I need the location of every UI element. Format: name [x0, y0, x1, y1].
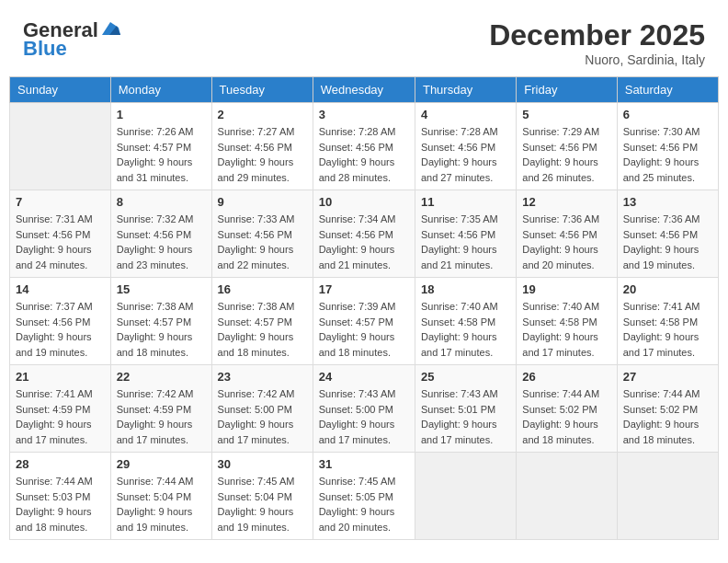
calendar-cell: 21Sunrise: 7:41 AMSunset: 4:59 PMDayligh…	[10, 365, 111, 453]
day-number: 5	[522, 108, 610, 121]
calendar-cell: 10Sunrise: 7:34 AMSunset: 4:56 PMDayligh…	[313, 190, 415, 278]
day-number: 11	[421, 195, 510, 209]
day-number: 30	[218, 457, 307, 471]
col-header-tuesday: Tuesday	[211, 77, 313, 103]
calendar-cell: 28Sunrise: 7:44 AMSunset: 5:03 PMDayligh…	[10, 453, 111, 540]
col-header-thursday: Thursday	[415, 77, 516, 103]
col-header-friday: Friday	[517, 77, 617, 103]
calendar-cell: 25Sunrise: 7:43 AMSunset: 5:01 PMDayligh…	[415, 365, 516, 453]
page-header: General Blue December 2025 Nuoro, Sardin…	[9, 9, 719, 72]
calendar-cell: 6Sunrise: 7:30 AMSunset: 4:56 PMDaylight…	[617, 103, 718, 190]
calendar-cell: 18Sunrise: 7:40 AMSunset: 4:58 PMDayligh…	[415, 278, 516, 365]
day-info: Sunrise: 7:30 AMSunset: 4:56 PMDaylight:…	[623, 124, 712, 185]
col-header-sunday: Sunday	[10, 77, 111, 103]
calendar-cell: 9Sunrise: 7:33 AMSunset: 4:56 PMDaylight…	[211, 190, 313, 278]
calendar-cell: 17Sunrise: 7:39 AMSunset: 4:57 PMDayligh…	[313, 278, 415, 365]
day-info: Sunrise: 7:36 AMSunset: 4:56 PMDaylight:…	[623, 212, 712, 272]
col-header-monday: Monday	[110, 77, 211, 103]
day-number: 24	[319, 370, 409, 384]
calendar-cell	[617, 453, 718, 540]
day-info: Sunrise: 7:29 AMSunset: 4:56 PMDaylight:…	[522, 124, 610, 185]
day-info: Sunrise: 7:35 AMSunset: 4:56 PMDaylight:…	[421, 212, 510, 272]
location: Nuoro, Sardinia, Italy	[489, 52, 705, 67]
day-info: Sunrise: 7:27 AMSunset: 4:56 PMDaylight:…	[218, 124, 307, 185]
col-header-saturday: Saturday	[617, 77, 718, 103]
day-number: 12	[522, 195, 610, 209]
calendar-table: SundayMondayTuesdayWednesdayThursdayFrid…	[9, 76, 719, 540]
day-info: Sunrise: 7:41 AMSunset: 4:59 PMDaylight:…	[16, 386, 105, 447]
day-info: Sunrise: 7:28 AMSunset: 4:56 PMDaylight:…	[421, 124, 510, 185]
calendar-cell: 8Sunrise: 7:32 AMSunset: 4:56 PMDaylight…	[110, 190, 211, 278]
day-info: Sunrise: 7:42 AMSunset: 5:00 PMDaylight:…	[218, 386, 307, 447]
day-number: 23	[218, 370, 307, 384]
day-info: Sunrise: 7:45 AMSunset: 5:04 PMDaylight:…	[218, 474, 307, 534]
month-title: December 2025	[489, 18, 705, 52]
day-info: Sunrise: 7:40 AMSunset: 4:58 PMDaylight:…	[522, 299, 610, 360]
day-number: 29	[117, 457, 206, 471]
calendar-cell: 27Sunrise: 7:44 AMSunset: 5:02 PMDayligh…	[617, 365, 718, 453]
calendar-cell: 3Sunrise: 7:28 AMSunset: 4:56 PMDaylight…	[313, 103, 415, 190]
calendar-header-row: SundayMondayTuesdayWednesdayThursdayFrid…	[10, 77, 719, 103]
day-number: 16	[218, 282, 307, 296]
calendar-cell: 31Sunrise: 7:45 AMSunset: 5:05 PMDayligh…	[313, 453, 415, 540]
day-info: Sunrise: 7:42 AMSunset: 4:59 PMDaylight:…	[117, 386, 206, 447]
day-info: Sunrise: 7:41 AMSunset: 4:58 PMDaylight:…	[623, 299, 712, 360]
day-number: 27	[623, 370, 712, 384]
day-number: 15	[117, 282, 206, 296]
day-info: Sunrise: 7:45 AMSunset: 5:05 PMDaylight:…	[319, 474, 409, 534]
calendar-cell: 22Sunrise: 7:42 AMSunset: 4:59 PMDayligh…	[110, 365, 211, 453]
calendar-cell: 12Sunrise: 7:36 AMSunset: 4:56 PMDayligh…	[517, 190, 617, 278]
day-number: 13	[623, 195, 712, 209]
day-number: 21	[16, 370, 105, 384]
day-info: Sunrise: 7:38 AMSunset: 4:57 PMDaylight:…	[117, 299, 206, 360]
day-number: 1	[117, 108, 206, 121]
day-info: Sunrise: 7:43 AMSunset: 5:01 PMDaylight:…	[421, 386, 510, 447]
day-number: 3	[319, 108, 409, 121]
calendar-cell	[10, 103, 111, 190]
day-info: Sunrise: 7:31 AMSunset: 4:56 PMDaylight:…	[16, 212, 105, 272]
day-number: 2	[218, 108, 307, 121]
day-number: 4	[421, 108, 510, 121]
logo-text-blue: Blue	[23, 37, 67, 61]
day-info: Sunrise: 7:33 AMSunset: 4:56 PMDaylight:…	[218, 212, 307, 272]
day-info: Sunrise: 7:44 AMSunset: 5:03 PMDaylight:…	[16, 474, 105, 534]
calendar-week-4: 21Sunrise: 7:41 AMSunset: 4:59 PMDayligh…	[10, 365, 719, 453]
day-number: 22	[117, 370, 206, 384]
day-number: 19	[522, 282, 610, 296]
calendar-cell: 1Sunrise: 7:26 AMSunset: 4:57 PMDaylight…	[110, 103, 211, 190]
day-number: 8	[117, 195, 206, 209]
day-info: Sunrise: 7:37 AMSunset: 4:56 PMDaylight:…	[16, 299, 105, 360]
col-header-wednesday: Wednesday	[313, 77, 415, 103]
day-number: 20	[623, 282, 712, 296]
calendar-week-1: 1Sunrise: 7:26 AMSunset: 4:57 PMDaylight…	[10, 103, 719, 190]
calendar-cell: 5Sunrise: 7:29 AMSunset: 4:56 PMDaylight…	[517, 103, 617, 190]
day-info: Sunrise: 7:39 AMSunset: 4:57 PMDaylight:…	[319, 299, 409, 360]
calendar-week-3: 14Sunrise: 7:37 AMSunset: 4:56 PMDayligh…	[10, 278, 719, 365]
calendar-cell: 20Sunrise: 7:41 AMSunset: 4:58 PMDayligh…	[617, 278, 718, 365]
calendar-cell: 19Sunrise: 7:40 AMSunset: 4:58 PMDayligh…	[517, 278, 617, 365]
calendar-cell: 16Sunrise: 7:38 AMSunset: 4:57 PMDayligh…	[211, 278, 313, 365]
day-info: Sunrise: 7:38 AMSunset: 4:57 PMDaylight:…	[218, 299, 307, 360]
day-number: 7	[16, 195, 105, 209]
calendar-cell: 4Sunrise: 7:28 AMSunset: 4:56 PMDaylight…	[415, 103, 516, 190]
day-info: Sunrise: 7:32 AMSunset: 4:56 PMDaylight:…	[117, 212, 206, 272]
calendar-cell: 13Sunrise: 7:36 AMSunset: 4:56 PMDayligh…	[617, 190, 718, 278]
calendar-cell	[415, 453, 516, 540]
day-info: Sunrise: 7:26 AMSunset: 4:57 PMDaylight:…	[117, 124, 206, 185]
day-number: 10	[319, 195, 409, 209]
day-number: 6	[623, 108, 712, 121]
day-info: Sunrise: 7:28 AMSunset: 4:56 PMDaylight:…	[319, 124, 409, 185]
day-info: Sunrise: 7:44 AMSunset: 5:04 PMDaylight:…	[117, 474, 206, 534]
day-number: 25	[421, 370, 510, 384]
calendar-cell: 29Sunrise: 7:44 AMSunset: 5:04 PMDayligh…	[110, 453, 211, 540]
logo-icon	[100, 20, 120, 37]
day-info: Sunrise: 7:44 AMSunset: 5:02 PMDaylight:…	[623, 386, 712, 447]
calendar-week-5: 28Sunrise: 7:44 AMSunset: 5:03 PMDayligh…	[10, 453, 719, 540]
calendar-cell: 14Sunrise: 7:37 AMSunset: 4:56 PMDayligh…	[10, 278, 111, 365]
day-number: 14	[16, 282, 105, 296]
logo: General Blue	[23, 18, 120, 61]
title-area: December 2025 Nuoro, Sardinia, Italy	[489, 18, 705, 67]
day-number: 9	[218, 195, 307, 209]
day-info: Sunrise: 7:44 AMSunset: 5:02 PMDaylight:…	[522, 386, 610, 447]
calendar-cell: 2Sunrise: 7:27 AMSunset: 4:56 PMDaylight…	[211, 103, 313, 190]
